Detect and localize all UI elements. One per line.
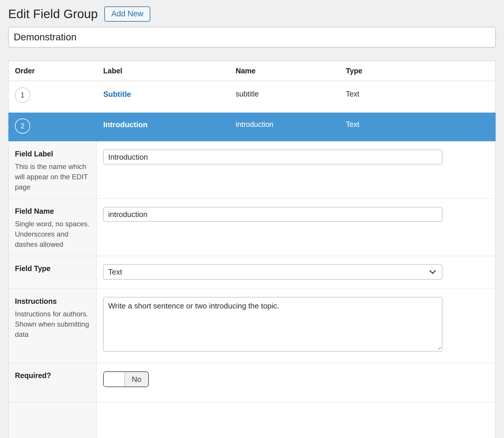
toggle-knob[interactable]: [104, 372, 125, 387]
editor-row-next: [8, 402, 496, 438]
editor-row-field-name: Field Name Single word, no spaces. Under…: [8, 199, 496, 256]
editor-label-column: Required?: [8, 363, 97, 402]
order-badge[interactable]: 2: [15, 118, 30, 134]
toggle-label: No: [125, 372, 148, 387]
column-header-type: Type: [339, 61, 496, 81]
editor-control-column: Write a short sentence or two introducin…: [97, 289, 496, 363]
field-label-link[interactable]: Subtitle: [103, 90, 131, 99]
column-header-label: Label: [97, 61, 229, 81]
field-type-title: Field Type: [15, 264, 89, 273]
name-cell: introduction: [229, 113, 339, 141]
table-row-introduction[interactable]: 2 Introduction introduction Text: [8, 113, 496, 141]
instructions-description: Instructions for authors. Shown when sub…: [15, 309, 89, 339]
chevron-down-icon: [429, 267, 436, 274]
instructions-textarea-wrap: Write a short sentence or two introducin…: [103, 297, 442, 353]
type-cell: Text: [339, 81, 496, 113]
instructions-title: Instructions: [15, 297, 89, 306]
editor-control-column: No: [97, 363, 496, 402]
editor-row-field-type: Field Type Text: [8, 256, 496, 289]
label-cell: Subtitle: [97, 81, 229, 113]
editor-label-column: Field Name Single word, no spaces. Under…: [8, 199, 97, 256]
page-header: Edit Field Group Add New: [8, 6, 496, 22]
editor-label-column: Field Type: [8, 256, 97, 289]
column-header-order: Order: [8, 61, 97, 81]
field-label-link[interactable]: Introduction: [103, 120, 148, 129]
order-cell: 1: [8, 81, 97, 113]
editor-control-column: [97, 142, 496, 199]
editor-control-column: [97, 199, 496, 256]
editor-label-column: Instructions Instructions for authors. S…: [8, 289, 97, 363]
instructions-textarea[interactable]: Write a short sentence or two introducin…: [103, 297, 442, 351]
table-row-subtitle[interactable]: 1 Subtitle subtitle Text: [8, 81, 496, 113]
table-header-row: Order Label Name Type: [8, 61, 496, 81]
name-cell: subtitle: [229, 81, 339, 113]
editor-label-column: [8, 402, 97, 438]
field-label-input[interactable]: [103, 150, 442, 164]
required-toggle[interactable]: No: [103, 371, 149, 387]
required-title: Required?: [15, 371, 89, 380]
field-name-description: Single word, no spaces. Underscores and …: [15, 219, 89, 249]
editor-row-field-label: Field Label This is the name which will …: [8, 141, 496, 199]
type-cell: Text: [339, 113, 496, 141]
field-name-title: Field Name: [15, 207, 89, 215]
label-cell: Introduction: [97, 113, 229, 141]
editor-row-required: Required? No: [8, 363, 496, 402]
order-cell: 2: [8, 113, 97, 141]
field-name-input[interactable]: [103, 207, 442, 222]
field-type-selected-value: Text: [108, 268, 122, 277]
editor-control-column: Text: [97, 256, 496, 289]
add-new-button[interactable]: Add New: [104, 6, 151, 22]
edit-field-group-page: Edit Field Group Add New Order Label Nam…: [0, 0, 504, 438]
order-badge[interactable]: 1: [15, 87, 30, 103]
field-type-select[interactable]: Text: [103, 264, 442, 280]
page-title: Edit Field Group: [8, 8, 98, 20]
editor-row-instructions: Instructions Instructions for authors. S…: [8, 289, 496, 363]
field-label-title: Field Label: [15, 150, 89, 158]
editor-label-column: Field Label This is the name which will …: [8, 142, 97, 199]
field-label-description: This is the name which will appear on th…: [15, 162, 89, 192]
group-title-input[interactable]: [8, 27, 496, 47]
fields-panel: Order Label Name Type 1 Subtitle subtitl…: [8, 61, 496, 438]
column-header-name: Name: [229, 61, 339, 81]
editor-control-column: [97, 402, 496, 438]
